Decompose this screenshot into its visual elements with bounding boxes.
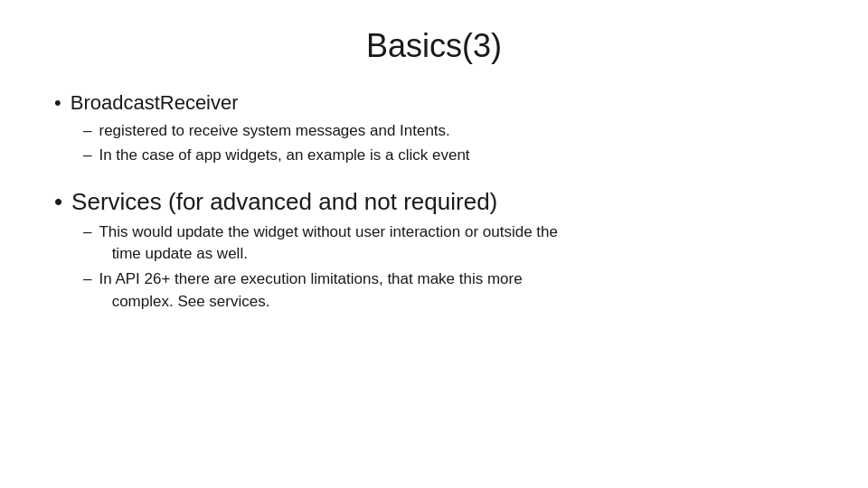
sub-bullet-text-1: registered to receive system messages an… [99,120,449,143]
bullet-main-broadcast: • BroadcastReceiver [54,90,814,117]
bullet-main-services: • Services (for advanced and not require… [54,187,814,218]
bullet-item-broadcast: • BroadcastReceiver – registered to rece… [54,90,814,167]
sub-bullet-3: – This would update the widget without u… [83,221,814,266]
sub-bullets-services: – This would update the widget without u… [54,221,814,314]
dash-4: – [83,268,91,291]
sub-bullet-1: – registered to receive system messages … [83,120,814,143]
dash-3: – [83,221,91,244]
bullet-item-services: • Services (for advanced and not require… [54,187,814,313]
bullet-text-services: Services (for advanced and not required) [71,187,497,218]
dash-2: – [83,145,91,167]
bullet-text-broadcast: BroadcastReceiver [71,90,239,117]
bullet-dot-broadcast: • [54,90,61,117]
sub-bullet-text-2: In the case of app widgets, an example i… [99,145,469,167]
sub-bullet-2: – In the case of app widgets, an example… [83,145,814,167]
sub-bullets-broadcast: – registered to receive system messages … [54,120,814,167]
dash-1: – [83,120,91,143]
slide: Basics(3) • BroadcastReceiver – register… [0,0,868,488]
sub-bullet-text-3: This would update the widget without use… [99,221,557,266]
sub-bullet-4: – In API 26+ there are execution limitat… [83,268,814,313]
slide-title: Basics(3) [54,27,814,65]
sub-bullet-text-4: In API 26+ there are execution limitatio… [99,268,522,313]
bullet-dot-services: • [54,187,62,218]
content-area: • BroadcastReceiver – registered to rece… [54,90,814,313]
